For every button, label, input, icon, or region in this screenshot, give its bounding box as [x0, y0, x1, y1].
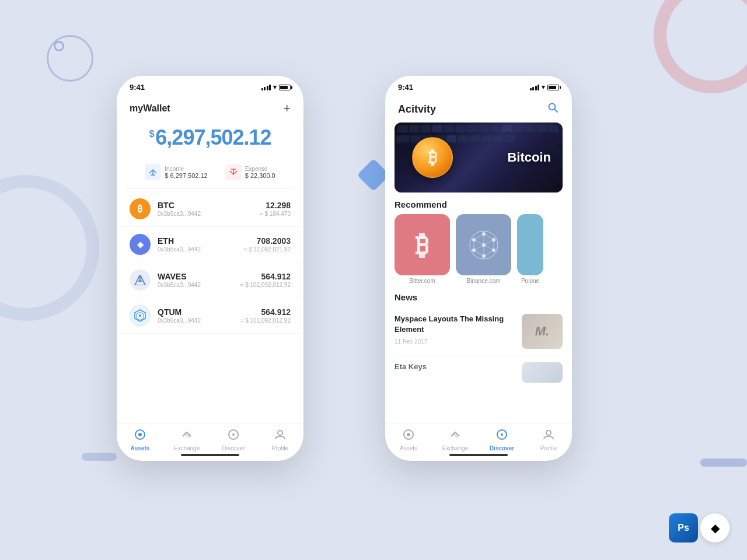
crypto-list: ₿ BTC 0x3b5ca0...9442 12.298 ≈ $ 184,470… — [117, 189, 303, 424]
eth-value: 708.2003 ≈ $ 12,092,021.92 — [243, 236, 291, 253]
waves-name: WAVES — [158, 272, 233, 281]
polone-label: Polone — [521, 278, 539, 284]
time-right: 9:41 — [398, 83, 413, 92]
activity-title: Acitvity — [398, 103, 436, 116]
svg-point-13 — [232, 433, 235, 436]
home-indicator-right — [449, 454, 508, 456]
waves-icon — [130, 270, 151, 290]
home-indicator-left — [181, 454, 239, 456]
signal-icon-right — [530, 85, 540, 90]
nav-profile-right[interactable]: Profile — [525, 429, 572, 452]
signal-icon — [261, 85, 271, 90]
recommend-binance[interactable]: Binance.com — [456, 214, 511, 284]
nav-discover-right[interactable]: Discover — [479, 429, 525, 452]
qtum-value: 564.912 ≈ $ 102,092,012.92 — [240, 307, 291, 324]
discover-label-right: Discover — [490, 445, 514, 452]
waves-address: 0x3b5ca0...9442 — [158, 282, 233, 288]
crypto-item-btc[interactable]: ₿ BTC 0x3b5ca0...9442 12.298 ≈ $ 184,470 — [117, 191, 303, 227]
news-title-2: Eta Keys — [395, 362, 427, 371]
assets-label-left: Assets — [131, 445, 150, 452]
profile-label-right: Profile — [540, 445, 557, 452]
assets-icon-right — [403, 429, 414, 443]
binance-label: Binance.com — [467, 278, 501, 284]
expense-value: $ 22,300.0 — [245, 172, 275, 179]
btc-amount: 12.298 — [260, 201, 291, 210]
btc-icon: ₿ — [130, 198, 151, 219]
waves-amount: 564.912 — [240, 272, 291, 281]
svg-line-27 — [484, 250, 494, 256]
svg-point-14 — [278, 430, 282, 435]
svg-line-30 — [474, 234, 484, 240]
exchange-label-left: Exchange — [174, 445, 200, 452]
wifi-icon: ▾ — [273, 83, 277, 91]
recommend-polone[interactable]: Polone — [517, 214, 543, 284]
income-expense-row: Income $ 6,297,502.12 Expense $ 22,300.0 — [117, 159, 303, 188]
recommend-scroll: ₿ Bitter.com — [385, 214, 572, 290]
hero-banner[interactable]: ₿ Bitcoin — [395, 123, 563, 192]
discover-label-left: Discover — [222, 445, 245, 452]
news-info-1: Myspace Layouts The Missing Element 11 F… — [395, 314, 515, 345]
svg-line-33 — [484, 245, 494, 250]
nav-exchange-right[interactable]: Exchange — [432, 429, 479, 452]
btc-info: BTC 0x3b5ca0...9442 — [158, 201, 253, 217]
bitter-card: ₿ — [395, 214, 450, 275]
expense-item: Expense $ 22,300.0 — [225, 164, 275, 180]
exchange-icon-left — [181, 429, 193, 443]
network-icon — [468, 229, 500, 261]
nav-assets-right[interactable]: Assets — [385, 429, 432, 452]
currency-symbol: $ — [149, 129, 154, 139]
svg-point-9 — [139, 314, 141, 317]
bottom-nav-right-wrapper: Assets Exchange Discover Profile — [385, 424, 572, 461]
news-date-1: 11 Feb 2017 — [395, 338, 515, 345]
crypto-item-eth[interactable]: ◈ ETH 0x3b5ca0...9442 708.2003 ≈ $ 12,09… — [117, 227, 303, 262]
qtum-address: 0x3b5ca0...9442 — [158, 317, 233, 324]
recommend-bitter[interactable]: ₿ Bitter.com — [395, 214, 450, 284]
exchange-label-right: Exchange — [442, 445, 468, 452]
expense-icon — [225, 164, 242, 180]
activity-header: Acitvity — [385, 94, 572, 123]
svg-line-35 — [474, 245, 484, 250]
qtum-amount: 564.912 — [240, 307, 291, 317]
eth-info: ETH 0x3b5ca0...9442 — [158, 236, 236, 253]
status-bar-right: 9:41 ▾ — [385, 76, 572, 94]
crypto-item-qtum[interactable]: QTUM 0x3b5ca0...9442 564.912 ≈ $ 102,092… — [117, 298, 303, 334]
crypto-item-waves[interactable]: WAVES 0x3b5ca0...9442 564.912 ≈ $ 102,09… — [117, 262, 303, 298]
bitter-label: Bitter.com — [409, 278, 435, 284]
discover-icon-left — [228, 429, 239, 443]
svg-line-28 — [474, 250, 484, 256]
right-phone: 9:41 ▾ Acitvity — [385, 76, 572, 461]
polone-card — [517, 214, 543, 275]
btc-name: BTC — [158, 201, 253, 210]
bottom-nav-left: Assets Exchange Discover Profile — [117, 424, 303, 461]
add-button[interactable]: + — [283, 102, 291, 115]
eth-name: ETH — [158, 236, 236, 246]
btc-value: 12.298 ≈ $ 184,470 — [260, 201, 291, 217]
news-item-2[interactable]: Eta Keys — [395, 356, 563, 383]
news-section: News Myspace Layouts The Missing Element… — [385, 290, 572, 385]
svg-point-40 — [501, 433, 503, 436]
svg-point-11 — [138, 433, 142, 436]
qtum-name: QTUM — [158, 307, 233, 317]
left-phone: 9:41 ▾ myWallet + $ 6,297,502.12 — [117, 76, 303, 461]
binance-card — [456, 214, 511, 275]
nav-profile-left[interactable]: Profile — [257, 429, 303, 452]
bitcoin-label: Bitcoin — [507, 150, 551, 165]
svg-line-32 — [484, 240, 494, 245]
assets-icon — [134, 429, 146, 443]
status-icons-right: ▾ — [530, 83, 560, 91]
income-item: Income $ 6,297,502.12 — [145, 164, 207, 180]
nav-discover-left[interactable]: Discover — [210, 429, 257, 452]
expense-label: Expense — [245, 166, 275, 172]
news-thumb-2 — [522, 362, 563, 383]
battery-icon — [279, 85, 291, 90]
profile-label-left: Profile — [272, 445, 288, 452]
news-item-1[interactable]: Myspace Layouts The Missing Element 11 F… — [395, 307, 563, 356]
btc-usd: ≈ $ 184,470 — [260, 211, 291, 217]
nav-exchange-left[interactable]: Exchange — [163, 429, 210, 452]
bitcoin-coin: ₿ — [412, 137, 453, 178]
status-bar-left: 9:41 ▾ — [117, 76, 303, 94]
search-button[interactable] — [547, 102, 559, 117]
income-label: Income — [165, 166, 207, 172]
balance-amount: 6,297,502.12 — [155, 125, 271, 150]
nav-assets-left[interactable]: Assets — [117, 429, 163, 452]
